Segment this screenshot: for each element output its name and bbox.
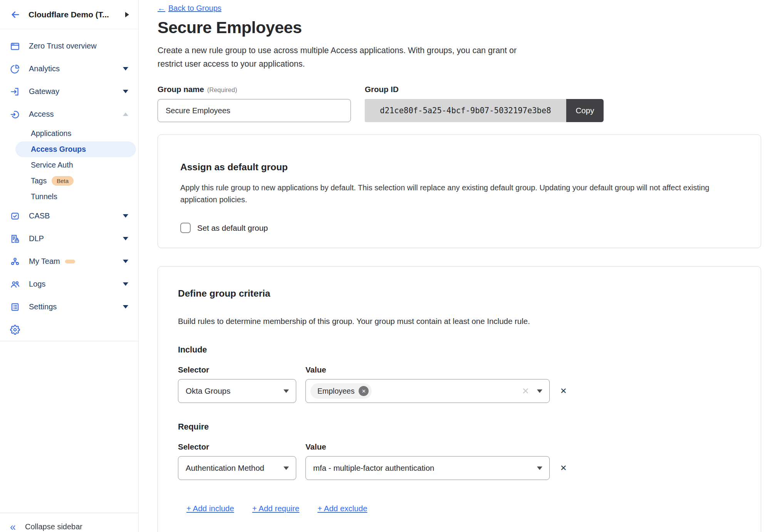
sidebar-nav: Zero Trust overview Analytics Gateway Ac…	[0, 29, 138, 341]
sidebar-item-label: My Team	[29, 257, 60, 266]
add-exclude-link[interactable]: + Add exclude	[317, 504, 367, 513]
sidebar-item-label: Logs	[29, 280, 45, 289]
sidebar-item-zero-trust-overview[interactable]: Zero Trust overview	[0, 35, 138, 57]
remove-require-rule-icon[interactable]: ✕	[560, 463, 567, 473]
sidebar-item-analytics[interactable]: Analytics	[0, 57, 138, 80]
analytics-icon	[10, 64, 20, 74]
dex-icon	[10, 257, 20, 267]
gear-icon	[10, 325, 20, 335]
chevron-down-icon	[284, 389, 289, 393]
sidebar-divider	[0, 341, 138, 341]
sidebar-item-label: Access	[29, 110, 54, 119]
back-arrow-icon[interactable]	[10, 9, 21, 20]
sidebar-item-label: CASB	[29, 211, 50, 220]
require-value: mfa - multiple-factor authentication	[313, 463, 434, 473]
require-value-label: Value	[305, 442, 326, 451]
back-link-label: Back to Groups	[168, 4, 221, 13]
sidebar-item-label: Gateway	[29, 87, 59, 96]
logs-icon	[10, 302, 20, 312]
sidebar-item-dlp[interactable]: DLP	[0, 227, 138, 250]
copy-button[interactable]: Copy	[566, 99, 604, 122]
sidebar-item-logs[interactable]: Settings	[0, 295, 138, 318]
chevron-down-icon[interactable]	[123, 260, 128, 263]
sidebar-subitem-label: Applications	[31, 129, 71, 138]
group-id-field: Group ID d21ce80f-5a25-4bcf-9b07-5032197…	[365, 85, 604, 122]
chevron-down-icon[interactable]	[123, 282, 128, 286]
group-id-label: Group ID	[365, 85, 604, 94]
include-rule-row: Okta Groups Employees ✕ ✕ ✕	[178, 379, 741, 403]
sidebar-item-settings[interactable]	[0, 318, 138, 341]
sidebar-item-label: Zero Trust overview	[29, 42, 97, 50]
sidebar-item-access[interactable]: Access	[0, 103, 138, 126]
sidebar-item-label: Settings	[29, 302, 57, 311]
group-name-input[interactable]	[158, 99, 351, 122]
sidebar-item-label: DLP	[29, 234, 44, 243]
require-value-dropdown[interactable]: mfa - multiple-factor authentication	[305, 456, 550, 480]
sidebar-header: Cloudflare Demo (T...	[0, 0, 138, 29]
group-name-label: Group name	[158, 85, 204, 94]
chip-label: Employees	[317, 387, 354, 396]
sidebar-subitem-label: Service Auth	[31, 161, 73, 170]
default-group-title: Assign as default group	[180, 162, 738, 173]
require-selector-label: Selector	[178, 442, 305, 451]
require-rule-row: Authentication Method mfa - multiple-fac…	[178, 456, 741, 480]
page-title: Secure Employees	[158, 18, 770, 37]
sidebar-item-tunnels[interactable]: Tunnels	[0, 189, 138, 205]
default-group-card: Assign as default group Apply this rule …	[158, 134, 761, 248]
beta-badge: Beta	[52, 176, 74, 186]
sidebar-subitem-label: Tunnels	[31, 192, 57, 201]
chevron-down-icon[interactable]	[123, 305, 128, 309]
chevron-down-icon	[537, 389, 542, 393]
expand-triangle-icon[interactable]	[125, 12, 129, 17]
chevron-down-icon[interactable]	[123, 67, 128, 70]
sidebar-item-label: Analytics	[29, 64, 60, 73]
remove-include-rule-icon[interactable]: ✕	[560, 386, 567, 396]
dlp-icon	[10, 234, 20, 244]
team-icon	[10, 279, 20, 289]
main-content: ← Back to Groups Secure Employees Create…	[139, 0, 770, 532]
page-description: Create a new rule group to use across mu…	[158, 44, 537, 71]
require-heading: Require	[178, 422, 741, 432]
sidebar-item-service-auth[interactable]: Service Auth	[0, 157, 138, 173]
add-require-link[interactable]: + Add require	[252, 504, 300, 513]
default-group-description: Apply this rule group to new application…	[180, 182, 737, 206]
add-include-link[interactable]: + Add include	[186, 504, 234, 513]
sidebar-item-dex[interactable]: My Team	[0, 250, 138, 273]
sidebar-item-tags[interactable]: Tags Beta	[0, 173, 138, 189]
access-icon	[10, 109, 20, 119]
collapse-sidebar-label: Collapse sidebar	[25, 522, 82, 531]
sidebar-subitem-label: Tags	[31, 176, 47, 185]
group-id-value: d21ce80f-5a25-4bcf-9b07-5032197e3be8	[365, 99, 566, 122]
collapse-chevrons-icon: «	[10, 523, 16, 531]
sidebar-item-access-groups[interactable]: Access Groups	[15, 141, 136, 157]
include-selector-dropdown[interactable]: Okta Groups	[178, 379, 296, 403]
sidebar-item-casb[interactable]: CASB	[0, 205, 138, 227]
criteria-title: Define group criteria	[178, 288, 741, 299]
set-default-checkbox[interactable]	[180, 223, 191, 233]
sidebar: Cloudflare Demo (T... Zero Trust overvie…	[0, 0, 139, 532]
beta-badge	[65, 260, 75, 263]
chevron-down-icon[interactable]	[123, 237, 128, 240]
collapse-sidebar-button[interactable]: « Collapse sidebar	[0, 513, 138, 532]
group-form-row: Group name(Required) Group ID d21ce80f-5…	[158, 85, 770, 122]
chip-remove-icon[interactable]: ✕	[359, 386, 369, 396]
chevron-down-icon[interactable]	[123, 90, 128, 93]
back-to-groups-link[interactable]: ← Back to Groups	[158, 4, 221, 13]
include-heading: Include	[178, 345, 741, 355]
criteria-card: Define group criteria Build rules to det…	[158, 266, 761, 532]
chevron-up-icon[interactable]	[123, 112, 128, 116]
casb-icon	[10, 211, 20, 221]
sidebar-item-applications[interactable]: Applications	[0, 126, 138, 141]
chevron-down-icon	[537, 467, 542, 470]
include-selector-label: Selector	[178, 365, 305, 374]
sidebar-item-my-team[interactable]: Logs	[0, 273, 138, 295]
sidebar-item-gateway[interactable]: Gateway	[0, 80, 138, 103]
require-selector-value: Authentication Method	[186, 463, 264, 473]
include-selector-value: Okta Groups	[186, 386, 230, 396]
clear-field-icon[interactable]: ✕	[522, 386, 529, 396]
criteria-description: Build rules to determine membership of t…	[178, 317, 741, 326]
require-selector-dropdown[interactable]: Authentication Method	[178, 456, 296, 480]
chevron-down-icon[interactable]	[123, 214, 128, 218]
include-value-multiselect[interactable]: Employees ✕ ✕	[305, 379, 550, 403]
sidebar-subitem-label: Access Groups	[31, 145, 86, 154]
